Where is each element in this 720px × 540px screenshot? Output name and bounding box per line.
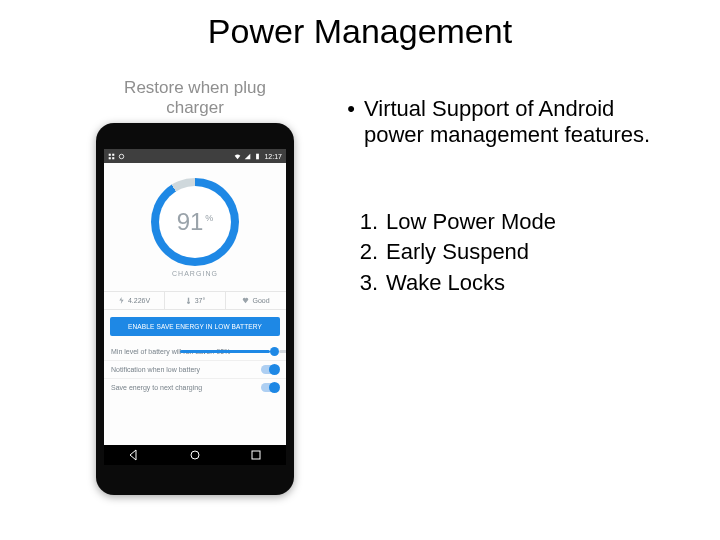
- stats-row: 4.226V 37° Good: [104, 291, 286, 310]
- menu-icon: [108, 153, 115, 160]
- bullet-item: • Virtual Support of Android power manag…: [338, 96, 678, 149]
- bullet-text: Virtual Support of Android power managem…: [364, 96, 678, 149]
- android-navbar: [104, 445, 286, 465]
- list-text-3: Wake Locks: [386, 270, 505, 296]
- list-text-2: Early Suspend: [386, 239, 529, 265]
- signal-icon: [244, 153, 251, 160]
- stat-temp: 37°: [164, 292, 225, 309]
- phone-screen: 12:17 91% CHARGING: [104, 149, 286, 465]
- list-number-2: 2.: [338, 239, 386, 265]
- battery-gauge: 91%: [151, 178, 239, 266]
- list-text-1: Low Power Mode: [386, 209, 556, 235]
- svg-rect-3: [112, 157, 114, 159]
- stat-temp-value: 37°: [195, 297, 206, 304]
- slider-knob[interactable]: [270, 347, 279, 356]
- setting-save-next[interactable]: Save energy to next charging: [104, 378, 286, 396]
- charging-label: CHARGING: [172, 270, 218, 277]
- battery-percent-value: 91: [177, 208, 204, 235]
- setting-min-level[interactable]: Min level of battery will run saver: 90%: [104, 343, 286, 360]
- svg-marker-7: [119, 297, 123, 304]
- svg-rect-6: [257, 153, 260, 159]
- status-bar: 12:17: [104, 149, 286, 163]
- list-number-3: 3.: [338, 270, 386, 296]
- svg-rect-1: [112, 153, 114, 155]
- caption-line-1: Restore when plug: [124, 78, 266, 97]
- status-right: 12:17: [234, 153, 282, 160]
- bullet-dot-icon: •: [338, 96, 364, 149]
- recent-icon[interactable]: [250, 449, 262, 461]
- sync-icon: [118, 153, 125, 160]
- gauge-inner: 91%: [159, 186, 231, 258]
- stat-voltage-value: 4.226V: [128, 297, 150, 304]
- stat-health: Good: [225, 292, 286, 309]
- svg-rect-0: [109, 153, 111, 155]
- svg-marker-5: [245, 153, 251, 159]
- list-item: 1. Low Power Mode: [338, 209, 678, 235]
- wifi-icon: [234, 153, 241, 160]
- enable-save-button[interactable]: ENABLE SAVE ENERGY IN LOW BATTERY: [110, 317, 280, 336]
- thermometer-icon: [185, 297, 192, 304]
- toggle-save-next[interactable]: [261, 383, 279, 392]
- toggle-notification[interactable]: [261, 365, 279, 374]
- back-icon[interactable]: [128, 449, 140, 461]
- slide-title: Power Management: [0, 12, 720, 51]
- right-column: • Virtual Support of Android power manag…: [338, 96, 678, 300]
- svg-marker-10: [130, 450, 136, 460]
- percent-unit: %: [205, 213, 213, 223]
- svg-rect-12: [252, 451, 260, 459]
- caption-line-2: charger: [166, 98, 224, 117]
- list-number-1: 1.: [338, 209, 386, 235]
- status-time: 12:17: [264, 153, 282, 160]
- list-item: 2. Early Suspend: [338, 239, 678, 265]
- phone-caption: Restore when plug charger: [86, 78, 304, 117]
- gauge-area: 91% CHARGING: [104, 163, 286, 291]
- phone-frame: 12:17 91% CHARGING: [96, 123, 294, 495]
- numbered-list: 1. Low Power Mode 2. Early Suspend 3. Wa…: [338, 209, 678, 296]
- svg-point-4: [119, 154, 123, 158]
- bolt-icon: [118, 297, 125, 304]
- list-item: 3. Wake Locks: [338, 270, 678, 296]
- home-icon[interactable]: [189, 449, 201, 461]
- stat-voltage: 4.226V: [104, 292, 164, 309]
- setting-notification[interactable]: Notification when low battery: [104, 360, 286, 378]
- battery-percent: 91%: [177, 208, 214, 236]
- svg-point-9: [187, 301, 190, 304]
- setting-save-next-label: Save energy to next charging: [111, 384, 202, 391]
- stat-health-value: Good: [252, 297, 269, 304]
- setting-notification-label: Notification when low battery: [111, 366, 200, 373]
- heart-icon: [242, 297, 249, 304]
- status-left: [108, 153, 125, 160]
- svg-rect-8: [188, 298, 189, 302]
- svg-point-11: [191, 451, 199, 459]
- svg-rect-2: [109, 157, 111, 159]
- battery-icon: [254, 153, 261, 160]
- left-column: Restore when plug charger 12:17: [86, 78, 304, 495]
